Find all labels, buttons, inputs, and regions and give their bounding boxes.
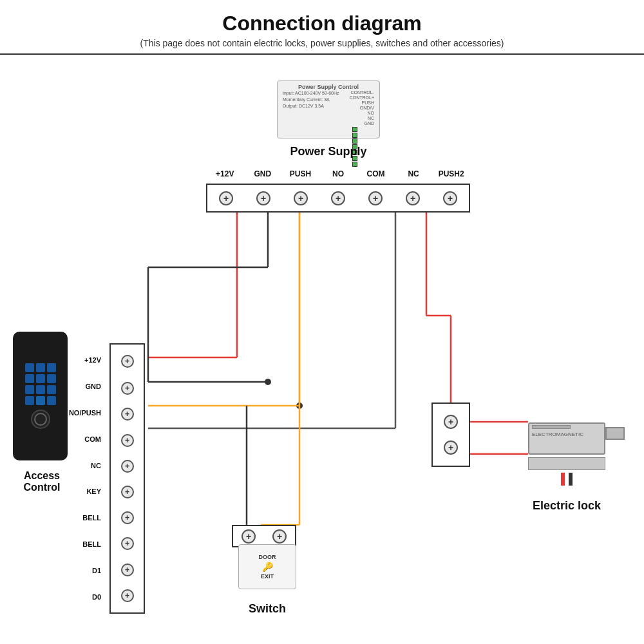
terminal-12v xyxy=(219,191,233,205)
ps-terminal-block xyxy=(206,184,470,213)
switch-label: Switch xyxy=(229,602,306,616)
ac-label-d0: D0 xyxy=(64,591,106,603)
ac-label-d1: D1 xyxy=(64,564,106,577)
ac-terminal-block xyxy=(109,343,145,614)
terminal-com xyxy=(368,191,383,205)
switch-exit-text: EXIT xyxy=(261,573,274,580)
terminal-nc xyxy=(406,191,420,205)
label-nc: NC xyxy=(397,169,430,178)
ac-screw-d0 xyxy=(121,589,134,602)
label-com: COM xyxy=(360,169,392,178)
terminal-no xyxy=(331,191,345,205)
switch-device: DOOR 🔑 EXIT xyxy=(238,544,296,589)
terminal-push xyxy=(294,191,308,205)
ac-screw-d1 xyxy=(121,564,134,576)
header-subtitle: (This page does not contain electric loc… xyxy=(13,38,631,48)
ac-screw-nc xyxy=(121,460,134,473)
fingerprint-sensor xyxy=(31,410,50,429)
switch-screw-1 xyxy=(242,529,256,544)
label-push: PUSH xyxy=(284,169,316,178)
svg-point-5 xyxy=(265,379,271,385)
ac-screw-com xyxy=(121,434,134,447)
access-control-device xyxy=(13,332,68,460)
lock-body: ELECTROMAGNETIC xyxy=(528,422,605,455)
keypad xyxy=(25,363,56,405)
ac-terminal-labels: +12V GND NO/PUSH COM NC KEY BELL BELL D1… xyxy=(64,343,106,614)
lock-mounting xyxy=(528,457,605,470)
ac-label-nopush: NO/PUSH xyxy=(64,406,106,419)
door-screw-1 xyxy=(444,415,458,429)
switch-text: DOOR xyxy=(259,554,276,560)
ac-label-com: COM xyxy=(64,433,106,446)
ac-label-bell2: BELL xyxy=(64,538,106,551)
ac-label-key: KEY xyxy=(64,485,106,498)
ac-screw-key xyxy=(121,486,134,498)
door-screw-2 xyxy=(444,440,458,455)
ac-label-nc: NC xyxy=(64,459,106,472)
svg-point-8 xyxy=(296,402,303,409)
switch-icon: 🔑 xyxy=(262,562,273,572)
ac-label-gnd: GND xyxy=(64,380,106,393)
power-supply-unit: Power Supply Control Input: AC100-240V 5… xyxy=(277,80,380,138)
page-title: Connection diagram xyxy=(13,12,631,35)
diagram: Power Supply Control Input: AC100-240V 5… xyxy=(0,61,644,628)
ps-title: Power Supply Control xyxy=(298,84,359,90)
terminal-labels-row: +12V GND PUSH NO COM NC PUSH2 xyxy=(206,169,470,178)
terminal-push2 xyxy=(443,191,457,205)
header: Connection diagram (This page does not c… xyxy=(0,0,644,55)
label-gnd: GND xyxy=(247,169,279,178)
ac-screw-12v xyxy=(121,355,134,368)
ac-screw-bell2 xyxy=(121,537,134,550)
lock-wires xyxy=(561,473,573,486)
door-terminal-block xyxy=(431,402,470,467)
terminal-gnd xyxy=(256,191,270,205)
ac-screw-gnd xyxy=(121,382,134,395)
ac-label-12v: +12V xyxy=(64,354,106,366)
label-12v: +12V xyxy=(209,169,241,178)
ac-label-bell1: BELL xyxy=(64,511,106,524)
electric-lock-label: Electric lock xyxy=(515,499,618,513)
lock-arm xyxy=(605,427,625,440)
ac-screw-nopush xyxy=(121,408,134,421)
switch-screw-2 xyxy=(272,529,287,544)
ac-screw-bell1 xyxy=(121,511,134,524)
power-supply-label: Power Supply xyxy=(277,145,380,158)
label-push2: PUSH2 xyxy=(435,169,468,178)
label-no: NO xyxy=(322,169,354,178)
electric-lock: ELECTROMAGNETIC xyxy=(522,415,612,493)
